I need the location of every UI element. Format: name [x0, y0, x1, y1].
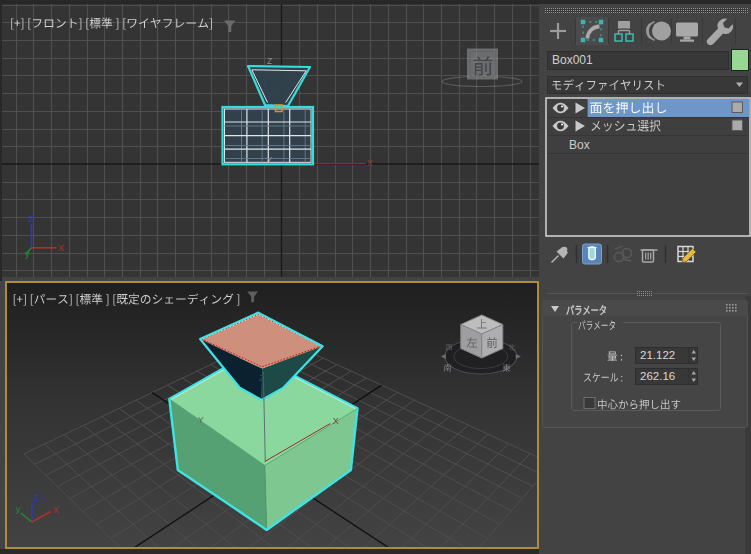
svg-text:X: X	[58, 243, 64, 253]
svg-text:Y: Y	[267, 155, 273, 165]
svg-text:Z: Z	[267, 56, 272, 66]
svg-text:X: X	[367, 158, 373, 168]
svg-text:X: X	[332, 416, 338, 426]
svg-text:X: X	[52, 505, 58, 515]
svg-text:y: y	[25, 249, 30, 259]
svg-text:y: y	[15, 504, 20, 514]
svg-text:Y: Y	[197, 415, 203, 425]
svg-text:Z: Z	[28, 214, 34, 224]
svg-text:Z: Z	[259, 373, 265, 383]
svg-text:Box: Box	[569, 138, 590, 152]
svg-text:Z: Z	[33, 493, 39, 503]
